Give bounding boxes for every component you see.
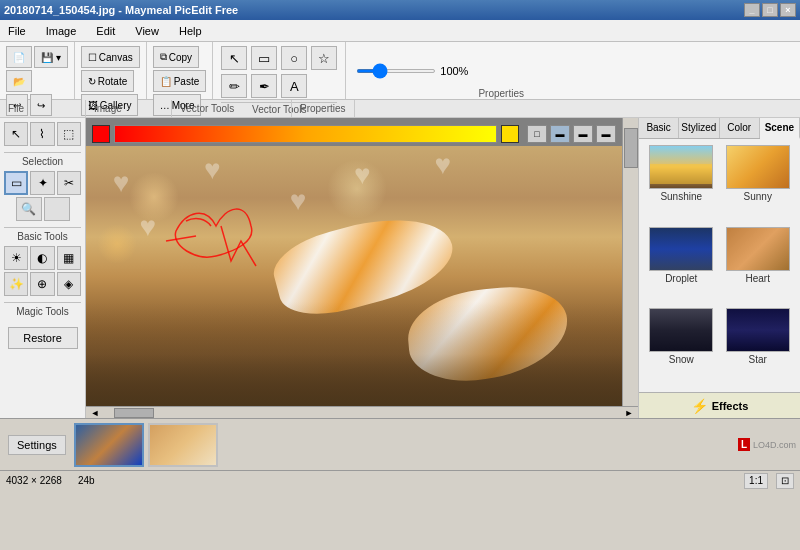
basic-row2: 🔍 — [4, 197, 81, 221]
toolbar-file-row1: 📄 💾 ▾ — [6, 46, 68, 68]
restore-button[interactable]: Restore — [8, 327, 78, 349]
scene-label-droplet: Droplet — [665, 273, 697, 284]
open-button[interactable]: 📂 — [6, 70, 32, 92]
scene-item-sunny[interactable]: Sunny — [722, 145, 795, 223]
bokeh-3 — [327, 159, 387, 219]
heal-tool[interactable]: ✨ — [4, 272, 28, 296]
toolbar-copy-row2: 📋 Paste — [153, 70, 207, 92]
title-bar: 20180714_150454.jpg - Maymeal PicEdit Fr… — [0, 0, 800, 20]
stroke-none[interactable]: □ — [527, 125, 547, 143]
basic-row1: ▭ ✦ ✂ — [4, 171, 81, 195]
close-button[interactable]: × — [780, 3, 796, 17]
left-toolbar: ↖ ⌇ ⬚ Selection ▭ ✦ ✂ 🔍 Basic Tools ☀ ◐ … — [0, 118, 86, 418]
tab-scene[interactable]: Scene — [760, 118, 800, 139]
scene-item-star[interactable]: Star — [722, 308, 795, 386]
rotate-button[interactable]: ↻ Rotate — [81, 70, 134, 92]
status-bar: 4032 × 2268 24b 1:1 ⊡ — [0, 470, 800, 490]
bokeh-1 — [129, 172, 179, 222]
save-button[interactable]: 💾 ▾ — [34, 46, 68, 68]
main-content: ↖ ⌇ ⬚ Selection ▭ ✦ ✂ 🔍 Basic Tools ☀ ◐ … — [0, 118, 800, 418]
menu-edit[interactable]: Edit — [92, 23, 119, 39]
stroke-thick[interactable]: ▬ — [596, 125, 616, 143]
wand-tool[interactable]: ✦ — [30, 171, 54, 195]
minimize-button[interactable]: _ — [744, 3, 760, 17]
crop-tool[interactable]: ▭ — [4, 171, 28, 195]
horizontal-scroll-thumb[interactable] — [114, 408, 154, 418]
scene-item-sunshine[interactable]: Sunshine — [645, 145, 718, 223]
window-controls[interactable]: _ □ × — [744, 3, 796, 17]
menu-image[interactable]: Image — [42, 23, 81, 39]
thumbnail-1[interactable] — [74, 423, 144, 467]
zoom-tool[interactable]: 🔍 — [16, 197, 42, 221]
image-label: Image — [86, 100, 172, 117]
cut-tool[interactable]: ✂ — [57, 171, 81, 195]
scene-label-heart: Heart — [746, 273, 770, 284]
tab-color[interactable]: Color — [720, 118, 760, 138]
settings-button[interactable]: Settings — [8, 435, 66, 455]
canvas-button[interactable]: ☐ Canvas — [81, 46, 140, 68]
app-title: 20180714_150454.jpg - Maymeal PicEdit Fr… — [4, 4, 238, 16]
copy-button[interactable]: ⧉ Copy — [153, 46, 199, 68]
adjust-row1: ☀ ◐ ▦ — [4, 246, 81, 270]
scene-item-snow[interactable]: Snow — [645, 308, 718, 386]
adjust-row2: ✨ ⊕ ◈ — [4, 272, 81, 296]
stroke-medium[interactable]: ▬ — [573, 125, 593, 143]
zoom-control: 100% — [356, 65, 468, 77]
marquee-tool[interactable]: ⬚ — [57, 122, 81, 146]
pen-tool[interactable]: ✏ — [221, 74, 247, 98]
heart-decoration-6: ♥ — [434, 149, 451, 181]
blur-tool[interactable]: ◈ — [57, 272, 81, 296]
brush-tool[interactable]: ✒ — [251, 74, 277, 98]
scene-thumb-heart — [726, 227, 790, 271]
scroll-right-button[interactable]: ► — [620, 408, 638, 418]
select-tool[interactable]: ↖ — [221, 46, 247, 70]
stroke-thin[interactable]: ▬ — [550, 125, 570, 143]
vertical-scrollbar[interactable] — [622, 118, 638, 406]
contrast-tool[interactable]: ◐ — [30, 246, 54, 270]
fit-button[interactable]: ⊡ — [776, 473, 794, 489]
rect-tool[interactable]: ▭ — [251, 46, 277, 70]
paste-button[interactable]: 📋 Paste — [153, 70, 207, 92]
vertical-scroll-thumb[interactable] — [624, 128, 638, 168]
new-button[interactable]: 📄 — [6, 46, 32, 68]
toolbar-file-section: 📄 💾 ▾ 📂 ↩ ↪ File — [0, 42, 75, 99]
scene-thumb-snow — [649, 308, 713, 352]
zoom-slider[interactable] — [356, 69, 436, 73]
menu-help[interactable]: Help — [175, 23, 206, 39]
scene-item-heart[interactable]: Heart — [722, 227, 795, 305]
image-dimensions: 4032 × 2268 — [6, 475, 62, 486]
star-shape-tool[interactable]: ☆ — [311, 46, 337, 70]
properties-section-label: Properties — [478, 87, 524, 99]
menu-view[interactable]: View — [131, 23, 163, 39]
thumbnail-2[interactable] — [148, 423, 218, 467]
clone-tool[interactable]: ⊕ — [30, 272, 54, 296]
text-tool[interactable]: A — [281, 74, 307, 98]
toolbar-copy-row1: ⧉ Copy — [153, 46, 207, 68]
canvas-area[interactable]: □ ▬ ▬ ▬ ♥ ♥ ♥ ♥ ♥ ♥ — [86, 118, 638, 418]
heart-decoration-2: ♥ — [204, 154, 221, 186]
thumbnail-2-preview — [150, 425, 216, 465]
vector-row1: ↖ ▭ ○ ☆ — [221, 46, 337, 70]
color-swatch-secondary[interactable] — [501, 125, 519, 143]
lasso-tool[interactable]: ⌇ — [30, 122, 54, 146]
tab-stylized[interactable]: Stylized — [679, 118, 719, 138]
toolbar-image-section: ☐ Canvas ↻ Rotate 🖼 Gallery Image — [75, 42, 147, 99]
horizontal-scrollbar[interactable]: ◄ ► — [86, 406, 638, 418]
color-swatch-primary[interactable] — [92, 125, 110, 143]
toolbar-file-row2: 📂 — [6, 70, 68, 92]
effects-tab[interactable]: ⚡ Effects — [639, 392, 800, 418]
maximize-button[interactable]: □ — [762, 3, 778, 17]
color-gradient-bar[interactable] — [114, 125, 497, 143]
right-panel: Basic Stylized Color Scene Sunshine Sunn… — [638, 118, 800, 418]
ellipse-tool[interactable]: ○ — [281, 46, 307, 70]
zoom-1-1[interactable]: 1:1 — [744, 473, 768, 489]
scene-item-droplet[interactable]: Droplet — [645, 227, 718, 305]
brightness-tool[interactable]: ☀ — [4, 246, 28, 270]
menu-file[interactable]: File — [4, 23, 30, 39]
tab-basic[interactable]: Basic — [639, 118, 679, 138]
filter-tool[interactable]: ▦ — [57, 246, 81, 270]
arrow-tool[interactable]: ↖ — [4, 122, 28, 146]
toolbar-image-row2: ↻ Rotate — [81, 70, 140, 92]
hand-tool[interactable] — [44, 197, 70, 221]
scroll-left-button[interactable]: ◄ — [86, 408, 104, 418]
